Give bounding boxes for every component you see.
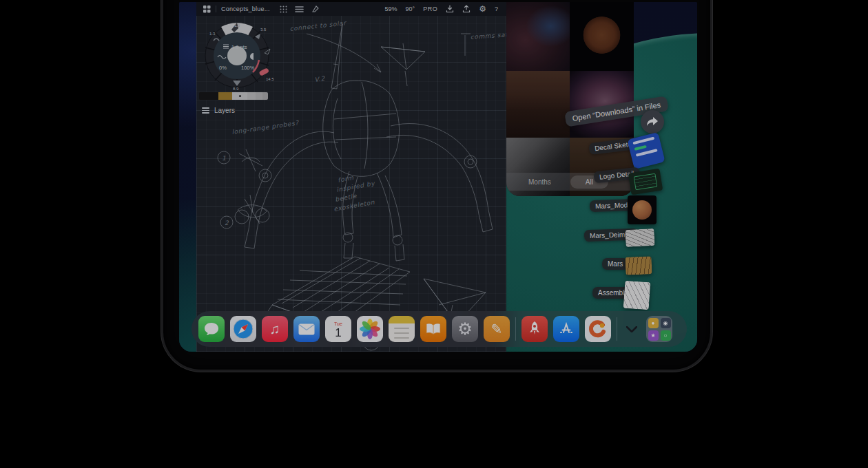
- pen-shape-icon[interactable]: [311, 5, 320, 13]
- swatch-gold[interactable]: [218, 92, 232, 100]
- size-wire: 1.3: [209, 32, 216, 36]
- dock-icon-settings[interactable]: ⚙: [452, 316, 478, 342]
- dots-grid-icon[interactable]: [280, 6, 287, 13]
- layers-panel-header[interactable]: Layers: [202, 106, 235, 115]
- library-tips-icon: ●: [648, 318, 659, 328]
- toolbar-divider: [216, 6, 216, 12]
- rotation-value[interactable]: 90°: [406, 6, 415, 12]
- photo-mars-surface[interactable]: [506, 71, 570, 138]
- swatch-gray-3[interactable]: [262, 92, 268, 100]
- pro-badge[interactable]: PRO: [423, 6, 437, 12]
- dock-icon-linea[interactable]: ✎: [484, 316, 510, 342]
- tab-months[interactable]: Months: [528, 178, 551, 186]
- dock-icon-music[interactable]: ♫: [262, 316, 288, 342]
- dock-icon-messages[interactable]: [198, 316, 225, 342]
- photos-flower-icon: [360, 319, 380, 339]
- document-title[interactable]: Concepts_blue...: [221, 6, 270, 12]
- share-arrow-icon: [646, 116, 659, 127]
- concepts-app-window: Concepts_blue...: [196, 2, 506, 352]
- annotation-form-3: beetle: [335, 192, 358, 203]
- library-star-icon: ★: [648, 330, 659, 341]
- drag-thumb-mars-model[interactable]: [628, 195, 657, 224]
- swatch-gray-2[interactable]: [256, 92, 262, 100]
- stage: Concepts_blue...: [0, 0, 868, 468]
- stroke-width-label: 1.6 pts: [231, 44, 247, 50]
- layers-label: Layers: [214, 107, 235, 114]
- calendar-day: 1: [335, 327, 341, 339]
- share-drop-button[interactable]: [641, 110, 664, 134]
- annotation-version: V.2: [314, 75, 326, 83]
- dock-icon-mail[interactable]: [293, 316, 320, 342]
- swatch-lightgray-selected[interactable]: [232, 92, 247, 100]
- tool-wheel[interactable]: 1.6 1.3 3.5 14.5 8.9 1.6 pts: [198, 17, 276, 92]
- photo-horsehead-nebula[interactable]: [506, 2, 570, 71]
- zoom-level[interactable]: 59%: [385, 6, 397, 12]
- active-size-label: 1.6: [234, 23, 240, 28]
- dock-icon-safari[interactable]: [230, 316, 256, 342]
- drag-item-label[interactable]: Mars: [602, 258, 628, 270]
- annotation-number-2: 2: [225, 220, 229, 226]
- opacity-max-label: 100%: [241, 65, 255, 71]
- ipad-device-frame: Concepts_blue...: [161, 0, 712, 372]
- dock-divider: [617, 317, 617, 341]
- photos-app-window: Months All: [506, 2, 634, 196]
- export-icon[interactable]: [462, 5, 471, 13]
- annotation-connect: connect to solar: [289, 19, 347, 32]
- layers-stack-icon[interactable]: [295, 6, 304, 13]
- layers-menu-icon: [202, 106, 209, 115]
- dock-icon-app-library[interactable]: ● ◉ ★ ○: [646, 316, 672, 342]
- drag-thumb-mars-deimos[interactable]: [625, 228, 654, 247]
- music-note-glyph: ♫: [270, 321, 280, 337]
- annotation-number-1: 1: [222, 155, 226, 162]
- annotation-comms: comms satellite: [470, 30, 506, 41]
- ipad-screen: Concepts_blue...: [179, 2, 697, 352]
- dock-icon-concepts[interactable]: [585, 316, 611, 342]
- annotation-form-1: form: [338, 174, 355, 184]
- dock-icon-rocket[interactable]: [521, 316, 548, 342]
- size-fill: 8.9: [233, 87, 239, 91]
- size-airbrush: 3.5: [260, 28, 267, 32]
- drawing-canvas[interactable]: connect to solar comms satellite V.2 lon…: [196, 16, 506, 352]
- import-icon[interactable]: [446, 5, 454, 13]
- library-timer-icon: ○: [661, 330, 671, 341]
- photo-mars-planet[interactable]: [570, 2, 634, 71]
- dock-collapse-chevron[interactable]: [623, 326, 641, 332]
- app-grid-icon[interactable]: [203, 6, 211, 13]
- dock-icon-app-store[interactable]: [553, 316, 579, 342]
- help-icon[interactable]: ?: [495, 6, 498, 12]
- drag-thumb-assembly[interactable]: [623, 281, 651, 310]
- drag-thumb-mars[interactable]: [626, 256, 652, 275]
- pencil-glyph: ✎: [491, 321, 503, 337]
- dock-icon-notes[interactable]: [389, 316, 415, 342]
- dock-icon-photos[interactable]: [357, 316, 383, 342]
- concepts-toolbar: Concepts_blue...: [196, 2, 506, 17]
- swatch-gray-1[interactable]: [247, 92, 256, 100]
- dock-icon-calendar[interactable]: Tue 1: [325, 316, 351, 342]
- settings-gear-icon[interactable]: ⚙: [479, 4, 486, 14]
- photo-grid: [506, 2, 634, 196]
- annotation-probes: long-range probes?: [231, 119, 300, 136]
- gear-glyph: ⚙: [457, 319, 473, 339]
- color-swatch-bar[interactable]: [199, 92, 268, 100]
- app-library-grid: ● ◉ ★ ○: [648, 318, 671, 341]
- swatch-black[interactable]: [199, 92, 218, 100]
- dock: ♫ Tue 1: [192, 311, 687, 347]
- dock-divider: [515, 317, 516, 341]
- library-camera-icon: ◉: [661, 318, 671, 328]
- opacity-min-label: 0%: [219, 65, 227, 71]
- size-eraser: 14.5: [266, 77, 274, 81]
- dock-icon-books[interactable]: [420, 316, 446, 342]
